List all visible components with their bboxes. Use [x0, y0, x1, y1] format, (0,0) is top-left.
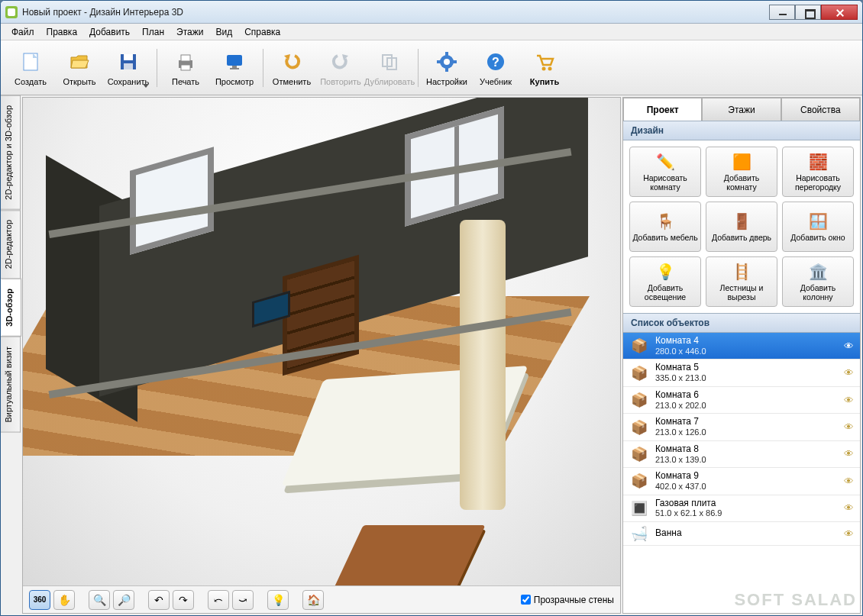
menu-edit[interactable]: Правка	[40, 25, 84, 39]
undo-button[interactable]: Отменить	[268, 45, 315, 91]
object-list[interactable]: 📦Комната 4280.0 x 446.0👁📦Комната 5335.0 …	[623, 333, 860, 613]
object-type-icon: 📦	[629, 472, 649, 489]
design-grid: ✏️Нарисовать комнату 🟧Добавить комнату 🧱…	[623, 140, 860, 313]
rotate-left-icon: ↶	[154, 594, 163, 606]
object-dimensions: 280.0 x 446.0	[655, 347, 838, 356]
object-type-icon: 🛁	[629, 525, 649, 542]
object-text: Комната 9402.0 x 437.0	[655, 471, 838, 491]
svg-point-21	[548, 66, 552, 70]
tilt-left-button[interactable]: ⤺	[208, 590, 229, 610]
draw-room-button[interactable]: ✏️Нарисовать комнату	[629, 147, 701, 197]
tilt-left-icon: ⤺	[214, 594, 223, 606]
pan-button[interactable]: ✋	[53, 590, 75, 610]
home-view-button[interactable]: 🏠	[302, 590, 324, 610]
tutorial-button[interactable]: ? Учебник	[472, 45, 519, 91]
object-row[interactable]: 📦Комната 4280.0 x 446.0👁	[623, 333, 860, 360]
svg-rect-2	[124, 54, 133, 60]
object-row[interactable]: 🔳Газовая плита51.0 x 62.1 x 86.9👁	[623, 495, 860, 522]
add-window-button[interactable]: 🪟Добавить окно	[782, 202, 854, 252]
zoom-out-button[interactable]: 🔍	[89, 590, 110, 610]
tab-virtual-visit[interactable]: Виртуальный визит	[1, 337, 21, 433]
zoom-in-button[interactable]: 🔎	[113, 590, 134, 610]
visibility-toggle-icon[interactable]: 👁	[844, 502, 854, 514]
object-row[interactable]: 📦Комната 8213.0 x 139.0👁	[623, 441, 860, 468]
gear-icon	[435, 50, 459, 74]
hand-icon: ✋	[58, 594, 71, 606]
svg-rect-15	[445, 68, 448, 72]
separator	[157, 49, 157, 87]
object-row[interactable]: 📦Комната 5335.0 x 213.0👁	[623, 360, 860, 386]
print-button[interactable]: Печать	[162, 45, 209, 91]
buy-button[interactable]: Купить	[521, 45, 568, 91]
tab-3d-view[interactable]: 3D-обзор	[1, 279, 21, 337]
menu-add[interactable]: Добавить	[83, 25, 136, 39]
settings-button[interactable]: Настройки	[423, 45, 470, 91]
redo-icon	[328, 50, 353, 74]
viewport-wrap: 360 ✋ 🔍 🔎 ↶ ↷ ⤺ ⤻ 💡 🏠 Прозрачные стены	[22, 97, 621, 614]
save-button[interactable]: Сохранить	[105, 45, 152, 91]
object-row[interactable]: 📦Комната 9402.0 x 437.0👁	[623, 468, 860, 495]
object-text: Комната 4280.0 x 446.0	[655, 336, 838, 356]
window-icon: 🪟	[808, 211, 828, 231]
stairs-cutouts-button[interactable]: 🪜Лестницы и вырезы	[706, 256, 777, 307]
object-row[interactable]: 🛁Ванна👁	[623, 522, 860, 546]
tab-project[interactable]: Проект	[623, 98, 702, 121]
light-toggle-button[interactable]: 💡	[267, 590, 289, 610]
svg-rect-5	[181, 55, 190, 61]
column-icon: 🏛️	[808, 262, 828, 282]
tab-2d-editor[interactable]: 2D-редактор	[1, 210, 21, 279]
object-row[interactable]: 📦Комната 6213.0 x 202.0👁	[623, 387, 860, 414]
section-objects-header: Список объектов	[623, 313, 860, 333]
visibility-toggle-icon[interactable]: 👁	[844, 528, 854, 540]
minimize-button[interactable]	[769, 5, 795, 20]
redo-button[interactable]: Повторить	[317, 45, 364, 91]
object-row[interactable]: 📦Комната 7213.0 x 126.0👁	[623, 414, 860, 440]
tilt-right-icon: ⤻	[238, 594, 247, 606]
monitor-icon	[222, 50, 247, 74]
svg-text:?: ?	[492, 56, 499, 69]
object-dimensions: 213.0 x 139.0	[655, 455, 838, 465]
add-lighting-button[interactable]: 💡Добавить освещение	[629, 256, 701, 307]
menu-file[interactable]: Файл	[5, 25, 40, 39]
bulb-icon: 💡	[272, 594, 285, 606]
close-button[interactable]	[821, 5, 858, 20]
svg-point-13	[444, 59, 450, 65]
menu-view[interactable]: Вид	[209, 25, 238, 39]
visibility-toggle-icon[interactable]: 👁	[844, 448, 854, 460]
add-door-button[interactable]: 🚪Добавить дверь	[706, 202, 777, 252]
3d-viewport[interactable]	[23, 98, 620, 585]
transparent-walls-input[interactable]	[521, 595, 531, 605]
menu-plan[interactable]: План	[136, 25, 170, 39]
add-column-button[interactable]: 🏛️Добавить колонну	[782, 256, 854, 307]
visibility-toggle-icon[interactable]: 👁	[844, 340, 854, 352]
maximize-button[interactable]	[795, 5, 821, 20]
menu-floors[interactable]: Этажи	[170, 25, 209, 39]
visibility-toggle-icon[interactable]: 👁	[844, 421, 854, 433]
menu-help[interactable]: Справка	[238, 25, 286, 39]
rotate-left-button[interactable]: ↶	[148, 590, 170, 610]
add-furniture-button[interactable]: 🪑Добавить мебель	[629, 202, 701, 252]
tilt-right-button[interactable]: ⤻	[232, 590, 254, 610]
visibility-toggle-icon[interactable]: 👁	[844, 476, 854, 487]
tab-2d-3d[interactable]: 2D-редактор и 3D-обзор	[1, 95, 21, 210]
tab-properties[interactable]: Свойства	[781, 98, 860, 121]
visibility-toggle-icon[interactable]: 👁	[844, 395, 854, 406]
open-button[interactable]: Открыть	[56, 45, 103, 91]
door-icon: 🚪	[732, 211, 751, 231]
zoom-in-icon: 🔎	[118, 594, 131, 606]
right-panel: Проект Этажи Свойства Дизайн ✏️Нарисоват…	[622, 97, 861, 614]
orbit-360-button[interactable]: 360	[29, 590, 50, 610]
tab-floors[interactable]: Этажи	[702, 98, 781, 121]
create-button[interactable]: Создать	[7, 45, 54, 91]
draw-partition-button[interactable]: 🧱Нарисовать перегородку	[782, 147, 854, 197]
transparent-walls-checkbox[interactable]: Прозрачные стены	[521, 595, 614, 605]
undo-icon	[280, 50, 304, 74]
add-room-button[interactable]: 🟧Добавить комнату	[706, 147, 777, 197]
preview-button[interactable]: Просмотр	[211, 45, 258, 91]
rotate-right-button[interactable]: ↷	[173, 590, 194, 610]
duplicate-button[interactable]: Дублировать	[366, 45, 413, 91]
svg-rect-16	[437, 60, 441, 63]
object-name: Комната 9	[655, 471, 838, 482]
app-window: Новый проект - Дизайн Интерьера 3D Файл …	[0, 0, 863, 616]
visibility-toggle-icon[interactable]: 👁	[844, 367, 854, 379]
